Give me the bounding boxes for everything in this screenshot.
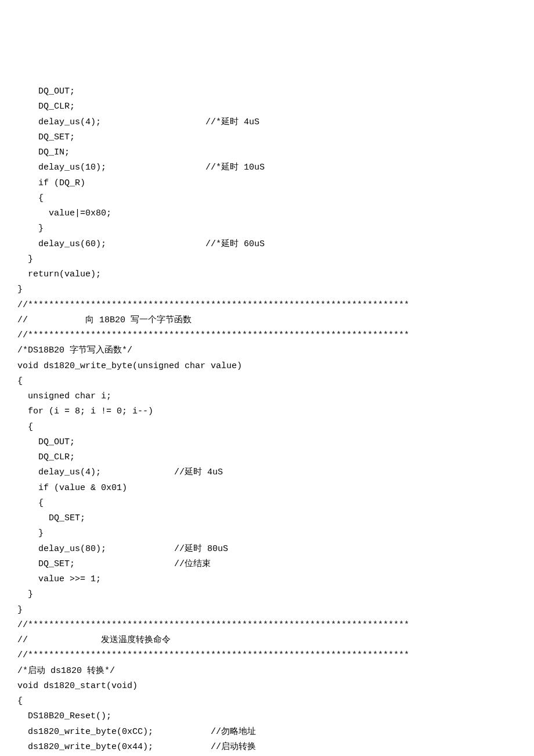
- code-line: }: [17, 603, 517, 618]
- code-line: DS18B20_Reset();: [17, 709, 517, 724]
- code-line: value >>= 1;: [17, 572, 517, 587]
- code-line: DQ_SET;: [17, 511, 517, 526]
- code-block: DQ_OUT; DQ_CLR; delay_us(4); //*延时 4uS D…: [17, 84, 517, 756]
- code-line: ds1820_write_byte(0xCC); //勿略地址: [17, 725, 517, 740]
- code-line: {: [17, 374, 517, 389]
- code-line: /*启动 ds1820 转换*/: [17, 664, 517, 679]
- code-line: if (DQ_R): [17, 176, 517, 191]
- code-line: void ds1820_start(void): [17, 679, 517, 694]
- code-line: }: [17, 526, 517, 541]
- code-line: }: [17, 282, 517, 297]
- code-line: unsigned char i;: [17, 389, 517, 404]
- code-line: {: [17, 420, 517, 435]
- code-line: {: [17, 191, 517, 206]
- code-line: delay_us(10); //*延时 10uS: [17, 160, 517, 175]
- code-line: DQ_OUT;: [17, 84, 517, 99]
- code-line: void ds1820_write_byte(unsigned char val…: [17, 359, 517, 374]
- code-line: // 发送温度转换命令: [17, 633, 517, 648]
- code-line: // 向 18B20 写一个字节函数: [17, 313, 517, 328]
- code-line: }: [17, 587, 517, 602]
- code-line: delay_us(60); //*延时 60uS: [17, 237, 517, 252]
- code-line: DQ_CLR;: [17, 99, 517, 114]
- code-line: DQ_CLR;: [17, 450, 517, 465]
- code-line: value|=0x80;: [17, 206, 517, 221]
- code-line: delay_us(4); //延时 4uS: [17, 465, 517, 480]
- code-line: DQ_SET;: [17, 130, 517, 145]
- code-line: {: [17, 694, 517, 709]
- code-line: {: [17, 496, 517, 511]
- code-line: }: [17, 252, 517, 267]
- code-line: DQ_IN;: [17, 145, 517, 160]
- code-line: ds1820_write_byte(0x44); //启动转换: [17, 740, 517, 755]
- code-line: //**************************************…: [17, 648, 517, 663]
- code-line: DQ_OUT;: [17, 435, 517, 450]
- code-line: for (i = 8; i != 0; i--): [17, 404, 517, 419]
- code-line: return(value);: [17, 267, 517, 282]
- code-line: /*DS18B20 字节写入函数*/: [17, 343, 517, 358]
- code-line: delay_us(4); //*延时 4uS: [17, 115, 517, 130]
- code-line: DQ_SET; //位结束: [17, 557, 517, 572]
- code-line: //**************************************…: [17, 328, 517, 343]
- code-line: delay_us(80); //延时 80uS: [17, 542, 517, 557]
- code-line: }: [17, 221, 517, 236]
- code-line: if (value & 0x01): [17, 481, 517, 496]
- code-line: //**************************************…: [17, 618, 517, 633]
- code-line: //**************************************…: [17, 298, 517, 313]
